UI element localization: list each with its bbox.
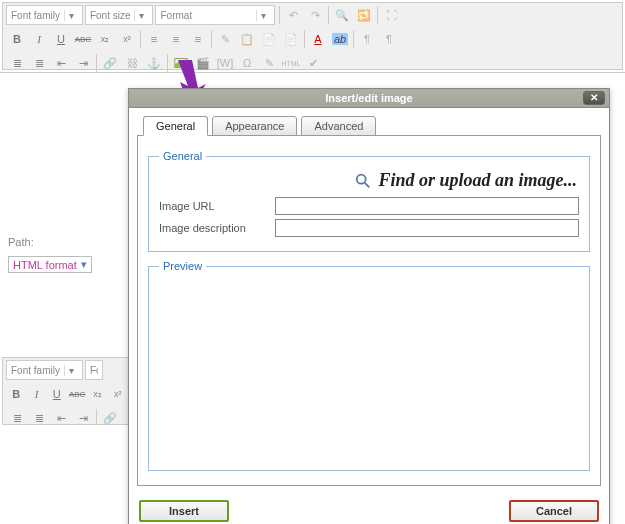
strikethrough-icon[interactable]: ABC — [73, 29, 93, 49]
undo-icon[interactable]: ↶ — [283, 5, 303, 25]
fullscreen-icon[interactable]: ⛶ — [381, 5, 401, 25]
insert-button[interactable]: Insert — [139, 500, 229, 522]
link-icon-2[interactable]: 🔗 — [100, 408, 120, 425]
link-icon[interactable]: 🔗 — [100, 53, 120, 73]
dialog-title-text: Insert/edit image — [325, 92, 412, 104]
superscript-icon[interactable]: x² — [117, 29, 137, 49]
cancel-button[interactable]: Cancel — [509, 500, 599, 522]
dialog-titlebar[interactable]: Insert/edit image ✕ — [129, 89, 609, 108]
number-list-icon-2[interactable]: ≣ — [29, 408, 49, 425]
find-icon[interactable]: 🔍 — [332, 5, 352, 25]
insert-image-dialog: Insert/edit image ✕ General Appearance A… — [128, 88, 610, 524]
text-color-icon[interactable]: A — [308, 29, 328, 49]
general-legend: General — [159, 150, 206, 162]
font-size-select[interactable]: Font size▾ — [85, 5, 154, 25]
html-source-icon[interactable]: HTML — [281, 53, 301, 73]
close-icon[interactable]: ✕ — [583, 91, 605, 105]
ltr-icon[interactable]: ¶ — [357, 29, 377, 49]
paste-text-icon[interactable]: 📋 — [237, 29, 257, 49]
format-select[interactable]: Format▾ — [155, 5, 275, 25]
tab-appearance[interactable]: Appearance — [212, 116, 297, 136]
magnifier-icon — [354, 172, 372, 190]
italic-icon-2[interactable]: I — [27, 384, 45, 404]
tab-advanced[interactable]: Advanced — [301, 116, 376, 136]
indent-icon-2[interactable]: ⇥ — [73, 408, 93, 425]
find-upload-label: Find or upload an image... — [378, 170, 577, 191]
strike-icon-2[interactable]: ABC — [68, 384, 86, 404]
html-format-select[interactable]: HTML format ▾ — [8, 256, 92, 273]
redo-icon[interactable]: ↷ — [305, 5, 325, 25]
image-url-input[interactable] — [275, 197, 579, 215]
spellcheck-icon[interactable]: ✔ — [303, 53, 323, 73]
fieldset-general: General Find or upload an image... Image… — [148, 150, 590, 252]
svg-line-3 — [365, 182, 370, 187]
underline-icon[interactable]: U — [51, 29, 71, 49]
tab-pane-general: General Find or upload an image... Image… — [137, 135, 601, 486]
replace-icon[interactable]: 🔁 — [354, 5, 374, 25]
image-description-label: Image description — [159, 222, 275, 234]
find-upload-link[interactable]: Find or upload an image... — [159, 170, 579, 191]
insert-image-icon[interactable] — [171, 53, 191, 73]
image-url-label: Image URL — [159, 200, 275, 212]
italic-icon[interactable]: I — [29, 29, 49, 49]
highlight-icon[interactable]: ab — [330, 29, 350, 49]
bullet-list-icon-2[interactable]: ≣ — [7, 408, 27, 425]
font-size-select-2[interactable]: Fo — [85, 360, 103, 380]
anchor-icon[interactable]: ⚓ — [144, 53, 164, 73]
preview-box — [159, 280, 579, 460]
font-family-select[interactable]: Font family▾ — [6, 5, 83, 25]
nonbreaking-icon[interactable]: ✎ — [259, 53, 279, 73]
omega-icon[interactable]: Ω — [237, 53, 257, 73]
svg-point-2 — [357, 174, 366, 183]
path-label: Path: — [8, 236, 34, 248]
superscript-icon-2[interactable]: x² — [109, 384, 127, 404]
align-center-icon[interactable]: ≡ — [166, 29, 186, 49]
svg-point-1 — [183, 60, 186, 63]
paste-plain-icon[interactable]: 📄 — [281, 29, 301, 49]
image-description-input[interactable] — [275, 219, 579, 237]
rtl-icon[interactable]: ¶ — [379, 29, 399, 49]
outdent-icon-2[interactable]: ⇤ — [51, 408, 71, 425]
align-left-icon[interactable]: ≡ — [144, 29, 164, 49]
font-family-select-2[interactable]: Font family▾ — [6, 360, 83, 380]
outdent-icon[interactable]: ⇤ — [51, 53, 71, 73]
media-icon[interactable]: 🎬 — [193, 53, 213, 73]
font-family-label: Font family — [11, 10, 60, 21]
underline-icon-2[interactable]: U — [48, 384, 66, 404]
editor-toolbar-2: Font family▾ Fo B I U ABC x₂ x² ≣ ≣ ⇤ ⇥ … — [2, 357, 132, 425]
cleanup-icon[interactable]: ✎ — [215, 29, 235, 49]
dialog-tabs: General Appearance Advanced — [137, 116, 601, 136]
unlink-icon[interactable]: ⛓ — [122, 53, 142, 73]
bold-icon-2[interactable]: B — [7, 384, 25, 404]
paste-word-icon[interactable]: 📄 — [259, 29, 279, 49]
html-format-label: HTML format — [13, 259, 77, 271]
fieldset-preview: Preview — [148, 260, 590, 471]
editor-toolbar-1: Font family▾ Font size▾ Format▾ ↶ ↷ 🔍 🔁 … — [2, 2, 623, 70]
align-right-icon[interactable]: ≡ — [188, 29, 208, 49]
bold-icon[interactable]: B — [7, 29, 27, 49]
preview-legend: Preview — [159, 260, 206, 272]
tab-general[interactable]: General — [143, 116, 208, 136]
subscript-icon[interactable]: x₂ — [95, 29, 115, 49]
indent-icon[interactable]: ⇥ — [73, 53, 93, 73]
format-label: Format — [160, 10, 192, 21]
bullet-list-icon[interactable]: ≣ — [7, 53, 27, 73]
wiki-icon[interactable]: [W] — [215, 53, 235, 73]
font-size-label: Font size — [90, 10, 131, 21]
subscript-icon-2[interactable]: x₂ — [88, 384, 106, 404]
number-list-icon[interactable]: ≣ — [29, 53, 49, 73]
